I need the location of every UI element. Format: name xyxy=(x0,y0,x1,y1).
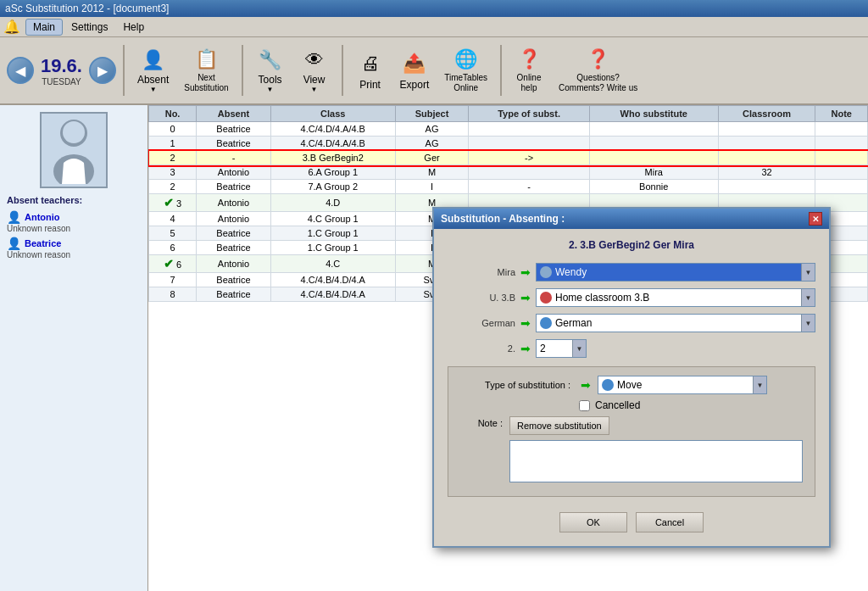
print-icon: 🖨 xyxy=(357,50,384,77)
dialog-row-period: 2. ➡ 2 ▼ xyxy=(448,339,815,358)
cell-no: 8 xyxy=(149,287,197,302)
export-icon: 📤 xyxy=(401,50,428,77)
table-row[interactable]: 2-3.B GerBegin2Ger-> xyxy=(149,151,868,165)
next-sub-btn[interactable]: 📋 NextSubstitution xyxy=(178,43,234,98)
absent-btn[interactable]: 👤 Absent ▼ xyxy=(131,43,175,98)
cancelled-checkbox[interactable] xyxy=(579,400,590,411)
remove-substitution-btn[interactable]: Remove substitution xyxy=(509,416,609,435)
cell-classroom xyxy=(718,151,815,165)
cell-class: 1.C Group 1 xyxy=(270,241,395,255)
cell-who xyxy=(589,151,718,165)
u3b-label: U. 3.B xyxy=(448,293,515,303)
cell-absent: Beatrice xyxy=(197,180,271,194)
table-row[interactable]: 3Antonio6.A Group 1MMira32 xyxy=(149,165,868,180)
dialog-close-btn[interactable]: ✕ xyxy=(809,212,822,226)
cancel-button[interactable]: Cancel xyxy=(636,512,704,532)
u3b-dropdown-arrow[interactable]: ▼ xyxy=(801,289,815,306)
table-row[interactable]: 2Beatrice7.A Group 2I-Bonnie xyxy=(149,180,868,194)
type-arrow-icon: ➡ xyxy=(581,378,591,392)
teacher-beatrice-icon: 👤 xyxy=(7,237,21,250)
cell-class: 1.C Group 1 xyxy=(270,226,395,241)
timetables-btn[interactable]: 🌐 TimeTablesOnline xyxy=(438,43,493,98)
note-input[interactable] xyxy=(509,440,803,482)
menu-settings[interactable]: Settings xyxy=(64,20,114,35)
help-icon: ❓ xyxy=(515,47,542,71)
cell-no: ✔ 6 xyxy=(149,255,197,273)
cell-no: 6 xyxy=(149,241,197,255)
dialog-row-german: German ➡ German ▼ xyxy=(448,314,815,332)
menu-main[interactable]: Main xyxy=(25,19,63,36)
col-no: No. xyxy=(149,106,197,122)
u3b-value: Home classroom 3.B xyxy=(555,292,649,304)
substitution-dialog[interactable]: Substitution - Absenting : ✕ 2. 3.B GerB… xyxy=(432,207,831,548)
cell-classroom: 32 xyxy=(718,165,815,180)
dialog-row-u3b: U. 3.B ➡ Home classroom 3.B ▼ xyxy=(448,288,815,307)
period-dropdown-arrow[interactable]: ▼ xyxy=(572,340,586,357)
cell-absent: Antonio xyxy=(197,255,271,273)
col-who: Who substitute xyxy=(589,106,718,122)
date-number: 19.6. xyxy=(41,55,82,77)
cell-class: 4.C/4.B/4.D/4.A xyxy=(270,287,395,302)
type-label: Type of substitution : xyxy=(460,380,570,390)
cell-who: Mira xyxy=(589,165,718,180)
check-green-icon: ✔ xyxy=(164,196,174,209)
type-dropdown-arrow[interactable]: ▼ xyxy=(753,376,766,393)
tools-btn[interactable]: 🔧 Tools ▼ xyxy=(250,43,291,98)
view-btn[interactable]: 👁 View ▼ xyxy=(294,43,335,98)
toolbar-divider-1 xyxy=(123,45,125,96)
cell-who xyxy=(589,122,718,137)
next-sub-icon: 📋 xyxy=(192,47,220,71)
col-absent: Absent xyxy=(197,106,271,122)
type-icon-dot xyxy=(602,379,614,391)
type-value: Move xyxy=(617,379,642,391)
export-btn[interactable]: 📤 Export xyxy=(394,43,436,98)
absent-teachers-label: Absent teachers: xyxy=(7,195,141,205)
german-icon-dot xyxy=(540,317,552,329)
mira-select[interactable]: Wendy ▼ xyxy=(536,263,815,282)
cell-note xyxy=(815,137,868,151)
menu-help[interactable]: Help xyxy=(116,20,151,35)
cell-class: 4.C/4.D/4.A/4.B xyxy=(270,137,395,151)
teacher-avatar xyxy=(40,112,108,188)
period-select[interactable]: 2 ▼ xyxy=(536,339,587,358)
absent-arrow: ▼ xyxy=(150,86,157,93)
cell-absent: Beatrice xyxy=(197,226,271,241)
dialog-subtitle: 2. 3.B GerBegin2 Ger Mira xyxy=(448,239,815,251)
prev-btn[interactable]: ◀ xyxy=(7,57,34,84)
mira-dropdown-arrow[interactable]: ▼ xyxy=(801,264,815,281)
cell-class: 4.C/4.B/4.D/4.A xyxy=(270,273,395,287)
print-btn[interactable]: 🖨 Print xyxy=(350,43,391,98)
next-btn[interactable]: ▶ xyxy=(89,57,116,84)
ok-button[interactable]: OK xyxy=(559,512,627,532)
period-label: 2. xyxy=(448,343,515,354)
type-select[interactable]: Move ▼ xyxy=(598,376,767,394)
toolbar-divider-3 xyxy=(342,45,343,96)
title-text: aSc Substitution 2012 - [document3] xyxy=(5,3,169,14)
type-section: Type of substitution : ➡ Move ▼ Cancelle… xyxy=(448,366,815,497)
questions-btn[interactable]: ❓ Questions?Comments? Write us xyxy=(553,43,643,98)
print-label: Print xyxy=(359,79,381,91)
german-select[interactable]: German ▼ xyxy=(536,314,815,332)
cell-class: 7.A Group 2 xyxy=(270,180,395,194)
left-panel: Absent teachers: 👤 Antonio Unknown reaso… xyxy=(0,105,148,591)
col-note: Note xyxy=(815,106,868,122)
tools-icon: 🔧 xyxy=(257,47,284,72)
teacher-antonio-reason: Unknown reason xyxy=(7,224,141,233)
help-btn[interactable]: ❓ Onlinehelp xyxy=(509,43,549,98)
cell-absent: Beatrice xyxy=(197,273,271,287)
check-green-icon: ✔ xyxy=(164,257,174,270)
teacher-beatrice-name[interactable]: Beatrice xyxy=(25,238,61,248)
cell-subject: I xyxy=(395,180,469,194)
mira-icon-dot xyxy=(540,266,552,278)
cell-no: 2 xyxy=(149,180,197,194)
u3b-select[interactable]: Home classroom 3.B ▼ xyxy=(536,288,815,307)
german-dropdown-arrow[interactable]: ▼ xyxy=(801,315,815,332)
cell-class: 4.C Group 1 xyxy=(270,212,395,226)
table-row[interactable]: 0Beatrice4.C/4.D/4.A/4.BAG xyxy=(149,122,868,137)
table-row[interactable]: 1Beatrice4.C/4.D/4.A/4.BAG xyxy=(149,137,868,151)
cell-type: -> xyxy=(469,151,590,165)
cell-subject: Ger xyxy=(395,151,469,165)
col-type: Type of subst. xyxy=(469,106,590,122)
cell-absent: Antonio xyxy=(197,165,271,180)
teacher-antonio-name[interactable]: Antonio xyxy=(25,212,60,222)
